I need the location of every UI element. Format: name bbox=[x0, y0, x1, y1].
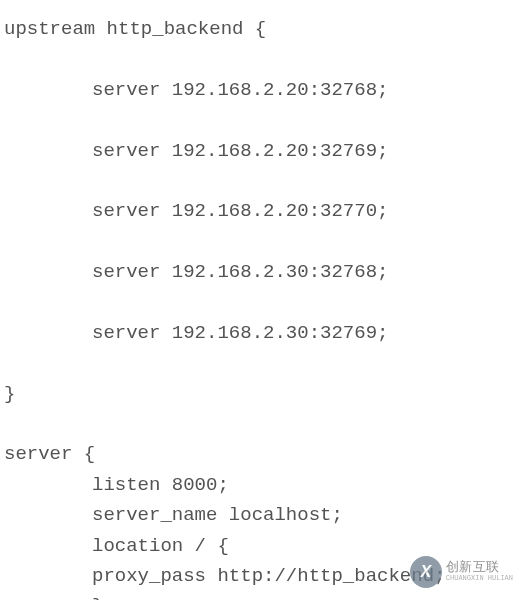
code-line: server 192.168.2.20:32768; bbox=[4, 75, 521, 105]
code-line bbox=[4, 348, 521, 378]
code-line: } bbox=[4, 591, 521, 600]
code-line: } bbox=[4, 379, 521, 409]
watermark-brand-sub: CHUANGXIN HULIAN bbox=[446, 573, 513, 584]
code-line bbox=[4, 105, 521, 135]
code-line bbox=[4, 288, 521, 318]
code-line bbox=[4, 227, 521, 257]
code-line: server 192.168.2.20:32770; bbox=[4, 196, 521, 226]
code-line: server 192.168.2.30:32769; bbox=[4, 318, 521, 348]
code-line: server_name localhost; bbox=[4, 500, 521, 530]
code-line bbox=[4, 44, 521, 74]
nginx-config-code-block: upstream http_backend { server 192.168.2… bbox=[4, 14, 521, 600]
code-line: upstream http_backend { bbox=[4, 14, 521, 44]
watermark-logo-letter: X bbox=[420, 559, 431, 585]
code-line: server 192.168.2.30:32768; bbox=[4, 257, 521, 287]
watermark-text-group: 创新互联 CHUANGXIN HULIAN bbox=[446, 560, 513, 585]
code-line: server 192.168.2.20:32769; bbox=[4, 136, 521, 166]
watermark-logo-icon: X bbox=[410, 556, 442, 588]
code-line: server { bbox=[4, 439, 521, 469]
code-line bbox=[4, 409, 521, 439]
watermark-brand-cn: 创新互联 bbox=[446, 560, 513, 574]
code-line bbox=[4, 166, 521, 196]
watermark: X 创新互联 CHUANGXIN HULIAN bbox=[410, 556, 513, 588]
code-line: listen 8000; bbox=[4, 470, 521, 500]
